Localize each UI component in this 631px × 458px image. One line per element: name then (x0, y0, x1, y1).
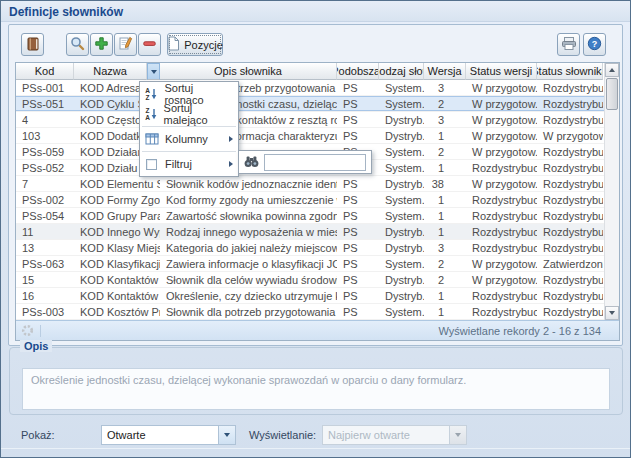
cell-kod: 11 (16, 224, 74, 240)
cell-wersja: 3 (424, 80, 466, 96)
column-header-status-slownika[interactable]: Status słownika (537, 63, 603, 80)
cell-podobszar: PS (337, 176, 379, 192)
records-count-text: Wyświetlane rekordy 2 - 16 z 134 (438, 325, 619, 337)
table-row[interactable]: PSs-063KOD Klasyfikacji JOPSZawiera info… (16, 256, 604, 272)
minus-icon (142, 36, 157, 53)
cell-rodzaj: System... (379, 208, 424, 224)
wyswietlanie-selected-value: Najpierw otwarte (323, 429, 449, 441)
cell-podobszar: PS (337, 224, 379, 240)
cell-status-slownika: Rozdystrybuo... (537, 80, 603, 96)
cell-rodzaj: System... (379, 80, 424, 96)
pokaz-label: Pokaż: (21, 429, 55, 441)
cell-podobszar: PS (337, 80, 379, 96)
dictionary-table: KodNazwaOpis słownikaPodobszarRodzaj sło… (15, 62, 620, 341)
dictionary-book-button[interactable] (21, 33, 44, 56)
cell-rodzaj: System... (379, 304, 424, 320)
chevron-down-icon (455, 433, 461, 437)
preview-button[interactable] (66, 33, 89, 56)
columns-icon (143, 133, 160, 145)
menu-item-label: Filtruj (165, 158, 192, 170)
column-menu-trigger[interactable] (147, 63, 160, 80)
table-row[interactable]: 4KOD CzęstotliwościCzęstotliwość kontakt… (16, 112, 604, 128)
table-row[interactable]: PSs-002KOD Formy ZgodyKod formy zgody na… (16, 192, 604, 208)
sort-desc-icon: Z A (143, 107, 159, 121)
scrollbar-thumb[interactable] (606, 78, 618, 110)
cell-opis: Kod formy zgody na umieszczenie w DPS. (160, 192, 337, 208)
binoculars-icon (244, 155, 259, 170)
cell-opis: Słownik dla celów wywiadu środowiskowe..… (160, 272, 337, 288)
cell-wersja: 2 (424, 272, 466, 288)
menu-item-sort-desc[interactable]: Z A Sortuj malejąco (140, 104, 238, 124)
cell-status-wersji: W przygotow... (466, 176, 537, 192)
cell-rodzaj: Dystryb... (379, 240, 424, 256)
print-button[interactable] (557, 33, 580, 56)
filter-checkbox-icon[interactable] (143, 159, 160, 170)
table-row[interactable]: 16KOD Kontaktów Z R...Określenie, czy dz… (16, 288, 604, 304)
cell-wersja: 2 (424, 256, 466, 272)
column-header-rodzaj[interactable]: Rodzaj słow (379, 63, 424, 80)
bottom-divider (1, 448, 630, 449)
scroll-down-button[interactable] (605, 306, 619, 320)
printer-icon (561, 36, 577, 53)
cell-podobszar: PS (337, 208, 379, 224)
delete-button[interactable] (138, 33, 161, 56)
opis-legend: Opis (20, 340, 52, 352)
column-header-podobszar[interactable]: Podobszar (337, 63, 379, 80)
cell-status-wersji: Rozdystrybuo... (466, 224, 537, 240)
cell-wersja: 38 (424, 176, 466, 192)
cell-status-slownika: Rozdystrybuo... (537, 176, 603, 192)
cell-kod: 103 (16, 128, 74, 144)
cell-kod: 15 (16, 272, 74, 288)
table-row[interactable]: PSs-003KOD Kosztów Prog...Słownik dla po… (16, 304, 604, 320)
table-row[interactable]: 103KOD Dodatkowej Inf...Dodatkowa inform… (16, 128, 604, 144)
opis-groupbox: Opis Określenie jednostki czasu, dzieląc… (9, 347, 623, 415)
cell-wersja: 1 (424, 160, 466, 176)
wyswietlanie-dropdown-trigger (449, 426, 466, 444)
add-button[interactable] (90, 33, 113, 56)
cell-rodzaj: Dystryb... (379, 272, 424, 288)
column-context-menu: A Z Sortuj rosnąco Z A Sortuj malejąco (139, 81, 239, 177)
column-header-status-wersji[interactable]: Status wersji (466, 63, 537, 80)
menu-item-sort-asc[interactable]: A Z Sortuj rosnąco (140, 84, 238, 104)
column-header-wersja[interactable]: Wersja (424, 63, 466, 80)
help-icon: ? (587, 36, 602, 53)
cell-kod: 4 (16, 112, 74, 128)
cell-opis: Słownik dla potrzeb przygotowania sprawo… (160, 304, 337, 320)
cell-nazwa: KOD Innego Wypos... (74, 224, 160, 240)
menu-item-columns[interactable]: Kolumny (140, 129, 238, 149)
column-header-kod[interactable]: Kod (16, 63, 74, 80)
help-button[interactable]: ? (583, 33, 606, 56)
main-panel: Pozycje ? KodNazwaOpis słownikaPodobszar (8, 24, 623, 346)
chevron-down-icon (151, 70, 157, 74)
column-header-nazwa[interactable]: Nazwa (74, 63, 147, 80)
table-row[interactable]: 11KOD Innego Wypos...Rodzaj innego wypos… (16, 224, 604, 240)
table-row[interactable]: 13KOD Klasy Miejsco...Kategoria do jakie… (16, 240, 604, 256)
cell-kod: 16 (16, 288, 74, 304)
cell-nazwa: KOD Elementu Struk... (74, 176, 160, 192)
filter-submenu (238, 150, 372, 174)
cell-kod: PSs-063 (16, 256, 74, 272)
cell-wersja: 1 (424, 304, 466, 320)
table-row[interactable]: 15KOD Kontaktów uc...Słownik dla celów w… (16, 272, 604, 288)
cell-status-wersji: Rozdystrybuo... (466, 288, 537, 304)
cell-kod: PSs-052 (16, 160, 74, 176)
svg-text:?: ? (592, 39, 598, 49)
pokaz-dropdown-trigger[interactable] (218, 426, 235, 444)
cell-opis: Zawartość słownika powinna zgodna z Roz.… (160, 208, 337, 224)
menu-item-filter[interactable]: Filtruj (140, 154, 238, 174)
edit-button[interactable] (114, 33, 137, 56)
table-row[interactable]: PSs-054KOD Grupy Paragra...Zawartość sło… (16, 208, 604, 224)
table-row[interactable]: PSs-001KOD Adresatów Pr...Słownik dla po… (16, 80, 604, 96)
arrow-down-icon (609, 311, 615, 315)
vertical-scrollbar[interactable] (604, 63, 619, 320)
cell-status-wersji: Rozdystrybuo... (466, 192, 537, 208)
pokaz-select[interactable]: Otwarte (101, 425, 236, 445)
table-row[interactable]: PSs-051KOD Cyklu Sprawo...Określenie jed… (16, 96, 604, 112)
table-row[interactable]: 7KOD Elementu Struk...Słownik kodów jedn… (16, 176, 604, 192)
cell-rodzaj: System... (379, 144, 424, 160)
refresh-gear-icon[interactable] (21, 324, 34, 337)
column-header-opis[interactable]: Opis słownika (160, 63, 337, 80)
scroll-up-button[interactable] (605, 63, 619, 77)
pozycje-button[interactable]: Pozycje (167, 33, 223, 56)
filter-input[interactable] (264, 154, 366, 171)
